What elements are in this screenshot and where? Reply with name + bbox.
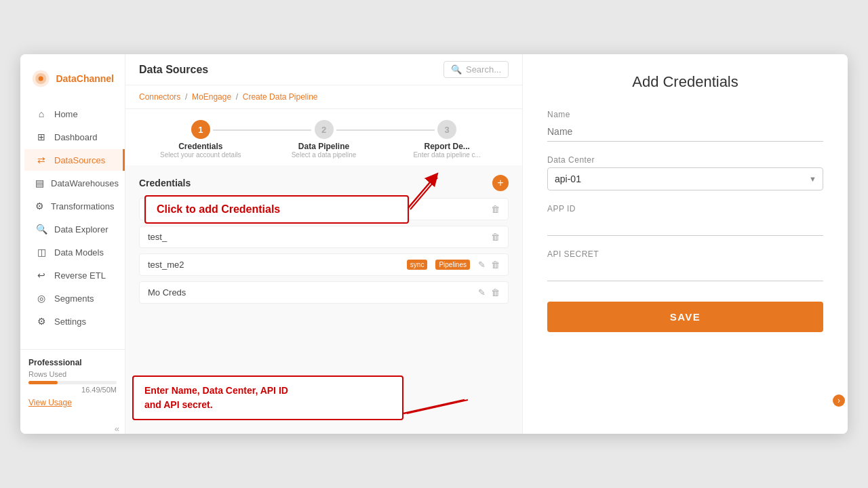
table-row: Mo Creds ✎ 🗑 bbox=[139, 281, 509, 304]
add-credentials-button[interactable]: + bbox=[492, 175, 509, 191]
app-id-input[interactable] bbox=[547, 216, 823, 236]
sidebar-item-label: DataSources bbox=[54, 155, 105, 165]
settings-icon: ⚙ bbox=[35, 316, 47, 327]
sidebar-item-settings[interactable]: ⚙ Settings bbox=[24, 310, 121, 332]
scrollbar-hint: › bbox=[833, 394, 845, 407]
plan-label: Professsional bbox=[28, 358, 117, 367]
step-pipeline: 2 Data Pipeline Select a data pipeline bbox=[262, 120, 386, 159]
credentials-header: Credentials + bbox=[139, 175, 509, 191]
segments-icon: ◎ bbox=[35, 293, 47, 304]
step-circle-1: 1 bbox=[191, 120, 210, 139]
sync-badge: sync bbox=[407, 260, 428, 270]
sidebar-item-label: Home bbox=[54, 109, 78, 119]
annotation-enter-fields-text: Enter Name, Data Center, API IDand API s… bbox=[144, 385, 288, 410]
sidebar-item-label: Data Explorer bbox=[54, 224, 108, 235]
cred-name: test_ bbox=[148, 232, 167, 242]
sidebar-item-label: Segments bbox=[54, 293, 94, 304]
data-center-select[interactable]: api-01 api-02 api-03 bbox=[547, 167, 823, 190]
breadcrumb-connectors[interactable]: Connectors bbox=[139, 92, 180, 102]
sidebar-item-datasources[interactable]: ⇄ DataSources bbox=[24, 149, 125, 171]
cred-actions: sync Pipelines ✎ 🗑 bbox=[407, 260, 500, 270]
search-placeholder: Search... bbox=[466, 64, 501, 75]
step-circle-2: 2 bbox=[315, 120, 334, 139]
sidebar-item-data-explorer[interactable]: 🔍 Data Explorer bbox=[24, 218, 121, 240]
sidebar-item-datawarehouses[interactable]: ▤ DataWarehouses bbox=[24, 172, 121, 194]
sidebar-item-transformations[interactable]: ⚙ Transformations bbox=[24, 195, 121, 217]
breadcrumb-moengage[interactable]: MoEngage bbox=[192, 92, 231, 102]
save-button[interactable]: SAVE bbox=[547, 302, 823, 332]
credentials-title: Credentials bbox=[139, 178, 191, 188]
dashboard-icon: ⊞ bbox=[35, 131, 47, 142]
add-credentials-title: Add Credentials bbox=[547, 73, 823, 91]
delete-icon[interactable]: 🗑 bbox=[491, 232, 500, 242]
collapse-btn[interactable]: « bbox=[20, 418, 125, 434]
sidebar-item-data-models[interactable]: ◫ Data Models bbox=[24, 241, 121, 263]
annotation-click-to-add: Click to add Credentials bbox=[144, 195, 409, 224]
steps-row: 1 Credentials Select your account detail… bbox=[125, 109, 522, 165]
sidebar-item-label: DataWarehouses bbox=[51, 178, 119, 188]
logo: DataChannel bbox=[20, 62, 125, 103]
step-label-1: Credentials bbox=[178, 142, 222, 151]
svg-line-6 bbox=[407, 400, 468, 413]
delete-icon[interactable]: 🗑 bbox=[491, 204, 500, 214]
pipelines-badge: Pipelines bbox=[435, 260, 470, 270]
transformations-icon: ⚙ bbox=[35, 201, 44, 211]
datawarehouses-icon: ▤ bbox=[35, 178, 44, 188]
edit-icon[interactable]: ✎ bbox=[478, 287, 486, 298]
cred-actions: 🗑 bbox=[491, 232, 500, 242]
step-circle-3: 3 bbox=[437, 120, 456, 139]
right-panel: Add Credentials Name Data Center api-01 … bbox=[522, 54, 848, 434]
app-id-label: APP ID bbox=[547, 204, 823, 214]
sidebar-bottom: Professsional Rows Used 16.49/50M View U… bbox=[20, 349, 125, 418]
api-secret-label: API SECRET bbox=[547, 249, 823, 259]
credentials-panel: Credentials + test_ 🗑 test_ 🗑 test_me2 s… bbox=[125, 165, 522, 434]
api-secret-input[interactable] bbox=[547, 262, 823, 281]
reverse-etl-icon: ↩ bbox=[35, 270, 47, 281]
table-row: test_me2 sync Pipelines ✎ 🗑 bbox=[139, 253, 509, 276]
step-desc-3: Enter data pipeline c... bbox=[413, 151, 481, 159]
cred-actions: 🗑 bbox=[491, 204, 500, 214]
data-center-select-wrapper: api-01 api-02 api-03 bbox=[547, 167, 823, 190]
cred-name: test_me2 bbox=[148, 260, 184, 270]
step-report: 3 Report De... Enter data pipeline c... bbox=[385, 120, 509, 159]
svg-point-2 bbox=[39, 76, 43, 81]
sidebar-item-label: Reverse ETL bbox=[54, 270, 106, 281]
models-icon: ◫ bbox=[35, 247, 47, 258]
delete-icon[interactable]: 🗑 bbox=[491, 260, 500, 270]
rows-label: Rows Used bbox=[28, 370, 117, 378]
search-box[interactable]: 🔍 Search... bbox=[443, 61, 509, 78]
progress-bar-fill bbox=[28, 381, 58, 384]
breadcrumb: Connectors / MoEngage / Create Data Pipe… bbox=[125, 85, 522, 109]
name-label: Name bbox=[547, 110, 823, 119]
collapse-icon: « bbox=[115, 424, 119, 434]
sidebar-item-dashboard[interactable]: ⊞ Dashboard bbox=[24, 126, 121, 148]
step-label-3: Report De... bbox=[425, 142, 470, 151]
sidebar-item-label: Dashboard bbox=[54, 132, 98, 142]
delete-icon[interactable]: 🗑 bbox=[491, 287, 500, 298]
datasources-icon: ⇄ bbox=[35, 155, 47, 165]
logo-text: DataChannel bbox=[56, 73, 114, 84]
explorer-icon: 🔍 bbox=[35, 224, 47, 235]
sidebar-item-label: Transformations bbox=[51, 201, 114, 211]
search-icon: 🔍 bbox=[451, 64, 462, 75]
data-center-label: Data Center bbox=[547, 155, 823, 165]
sidebar-item-label: Data Models bbox=[54, 247, 104, 258]
step-label-2: Data Pipeline bbox=[298, 142, 349, 151]
sidebar-item-reverse-etl[interactable]: ↩ Reverse ETL bbox=[24, 264, 121, 286]
sidebar-item-home[interactable]: ⌂ Home bbox=[24, 103, 121, 125]
page-title: Data Sources bbox=[139, 64, 208, 76]
home-icon: ⌂ bbox=[35, 108, 47, 119]
annotation-enter-fields: Enter Name, Data Center, API IDand API s… bbox=[132, 375, 403, 420]
sidebar-nav: ⌂ Home ⊞ Dashboard ⇄ DataSources ▤ DataW… bbox=[20, 103, 125, 349]
logo-icon bbox=[31, 68, 50, 89]
rows-count: 16.49/50M bbox=[28, 386, 117, 394]
view-usage-link[interactable]: View Usage bbox=[28, 398, 117, 407]
top-bar: Data Sources 🔍 Search... bbox=[125, 54, 522, 85]
sidebar-item-segments[interactable]: ◎ Segments bbox=[24, 287, 121, 309]
app-id-field: APP ID bbox=[547, 204, 823, 236]
svg-line-5 bbox=[403, 400, 465, 413]
edit-icon[interactable]: ✎ bbox=[478, 260, 486, 270]
name-input[interactable] bbox=[547, 122, 823, 142]
sidebar: DataChannel ⌂ Home ⊞ Dashboard ⇄ DataSou… bbox=[20, 54, 125, 434]
progress-bar-bg bbox=[28, 381, 117, 384]
